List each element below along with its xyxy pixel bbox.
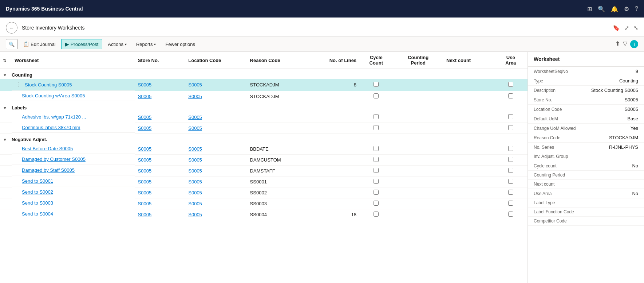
location-code-cell[interactable]: S0005 <box>185 209 247 220</box>
actions-button[interactable]: Actions ▾ <box>104 39 131 49</box>
cycle-count-cell[interactable] <box>359 198 393 209</box>
use-area-cell[interactable] <box>494 144 528 155</box>
use-area-checkbox[interactable] <box>508 114 513 119</box>
worksheet-name[interactable]: Stock Counting w/Area S0005 <box>22 93 85 98</box>
cycle-count-checkbox[interactable] <box>374 93 379 98</box>
location-code-cell[interactable]: S0005 <box>185 176 247 187</box>
table-row[interactable]: Send to S0003 S0005 S0005 SS0003 <box>0 198 528 209</box>
worksheet-cell[interactable]: Damaged by Customer S0005 <box>12 154 135 164</box>
cycle-count-checkbox[interactable] <box>374 168 379 173</box>
col-worksheet-header[interactable]: Worksheet <box>12 52 135 69</box>
location-code-cell[interactable]: S0005 <box>185 112 247 123</box>
use-area-cell[interactable] <box>494 209 528 220</box>
cycle-count-checkbox[interactable] <box>374 82 379 87</box>
worksheet-cell[interactable]: Stock Counting w/Area S0005 <box>12 91 135 101</box>
store-no-cell[interactable]: S0005 <box>135 112 186 123</box>
store-no-value[interactable]: S0005 <box>138 82 152 88</box>
use-area-checkbox[interactable] <box>508 201 513 206</box>
worksheet-cell[interactable]: Damaged by Staff S0005 <box>12 165 135 175</box>
help-icon[interactable]: ? <box>635 5 638 12</box>
store-no-value[interactable]: S0005 <box>138 168 152 174</box>
cycle-count-cell[interactable] <box>359 123 393 133</box>
worksheet-cell[interactable]: Continous labels 38x70 mm <box>12 123 135 133</box>
reason-code-cell[interactable]: SS0002 <box>247 187 309 198</box>
group-toggle-icon[interactable]: ▼ <box>3 73 7 77</box>
reason-code-cell[interactable]: BBDATE <box>247 144 309 155</box>
use-area-checkbox[interactable] <box>508 212 513 217</box>
table-row[interactable]: Send to S0004 S0005 S0005 SS0004 18 <box>0 209 528 220</box>
use-area-cell[interactable] <box>494 112 528 123</box>
back-button[interactable]: ← <box>6 22 17 34</box>
location-code-cell[interactable]: S0005 <box>185 154 247 165</box>
store-no-cell[interactable]: S0005 <box>135 165 186 176</box>
collapse-all-icon[interactable]: ⇅ <box>3 58 6 63</box>
cycle-count-checkbox[interactable] <box>374 157 379 162</box>
store-no-value[interactable]: S0005 <box>138 179 152 185</box>
location-code-value[interactable]: S0005 <box>188 115 202 120</box>
use-area-cell[interactable] <box>494 123 528 133</box>
worksheet-cell[interactable]: Send to S0003 <box>12 198 135 208</box>
cycle-count-checkbox[interactable] <box>374 190 379 195</box>
location-code-value[interactable]: S0005 <box>188 157 202 163</box>
open-new-icon[interactable]: ⤢ <box>624 24 629 31</box>
collapse-icon[interactable]: ⤡ <box>633 24 638 31</box>
cycle-count-cell[interactable] <box>359 187 393 198</box>
location-code-cell[interactable]: S0005 <box>185 144 247 155</box>
worksheet-name[interactable]: Send to S0001 <box>22 178 53 184</box>
top-search-icon[interactable]: 🔍 <box>598 5 605 12</box>
store-no-cell[interactable]: S0005 <box>135 176 186 187</box>
use-area-cell[interactable] <box>494 154 528 165</box>
use-area-cell[interactable] <box>494 165 528 176</box>
store-no-value[interactable]: S0005 <box>138 157 152 163</box>
cycle-count-cell[interactable] <box>359 165 393 176</box>
notifications-icon[interactable]: 🔔 <box>611 5 618 12</box>
store-no-cell[interactable]: S0005 <box>135 144 186 155</box>
use-area-checkbox[interactable] <box>508 190 513 195</box>
location-code-value[interactable]: S0005 <box>188 146 202 152</box>
reason-code-cell[interactable] <box>247 112 309 123</box>
use-area-cell[interactable] <box>494 198 528 209</box>
reason-code-cell[interactable]: DAMCUSTOM <box>247 154 309 165</box>
reason-code-cell[interactable]: SS0001 <box>247 176 309 187</box>
worksheet-name[interactable]: Damaged by Customer S0005 <box>22 156 86 162</box>
worksheet-name[interactable]: Damaged by Staff S0005 <box>22 167 75 173</box>
reason-code-cell[interactable]: DAMSTAFF <box>247 165 309 176</box>
col-countingperiod-header[interactable]: CountingPeriod <box>393 52 443 69</box>
cycle-count-checkbox[interactable] <box>374 201 379 206</box>
col-nooflines-header[interactable]: No. of Lines <box>309 52 359 69</box>
fewer-options-button[interactable]: Fewer options <box>161 39 199 49</box>
cycle-count-checkbox[interactable] <box>374 125 379 130</box>
reason-code-cell[interactable]: STOCKADJM <box>247 91 309 102</box>
store-no-cell[interactable]: S0005 <box>135 154 186 165</box>
store-no-value[interactable]: S0005 <box>138 201 152 206</box>
worksheet-name[interactable]: Best Before Date S0005 <box>22 146 73 151</box>
row-menu-icon[interactable]: ⋮ <box>15 81 23 88</box>
store-no-cell[interactable]: S0005 <box>135 198 186 209</box>
col-usearea-header[interactable]: UseArea <box>494 52 528 69</box>
cycle-count-checkbox[interactable] <box>374 146 379 151</box>
use-area-cell[interactable] <box>494 187 528 198</box>
cycle-count-checkbox[interactable] <box>374 179 379 184</box>
worksheet-cell[interactable]: Send to S0002 <box>12 187 135 197</box>
settings-icon[interactable]: ⚙ <box>624 5 629 12</box>
use-area-cell[interactable] <box>494 79 528 91</box>
use-area-checkbox[interactable] <box>508 82 513 87</box>
location-code-cell[interactable]: S0005 <box>185 165 247 176</box>
cycle-count-checkbox[interactable] <box>374 212 379 217</box>
filter-icon[interactable]: ▽ <box>623 40 627 48</box>
table-row[interactable]: Best Before Date S0005 S0005 S0005 BBDAT… <box>0 144 528 155</box>
worksheet-cell[interactable]: Adhesive lbs, w/gap 71x120 ... <box>12 112 135 122</box>
location-code-value[interactable]: S0005 <box>188 179 202 185</box>
cycle-count-cell[interactable] <box>359 91 393 102</box>
cycle-count-cell[interactable] <box>359 209 393 220</box>
worksheet-name[interactable]: Send to S0002 <box>22 189 53 195</box>
use-area-checkbox[interactable] <box>508 93 513 98</box>
group-toggle-icon[interactable]: ▼ <box>3 137 7 142</box>
use-area-checkbox[interactable] <box>508 125 513 130</box>
search-button[interactable]: 🔍 <box>6 39 17 49</box>
cycle-count-cell[interactable] <box>359 79 393 91</box>
reports-button[interactable]: Reports ▾ <box>132 39 160 49</box>
worksheet-name[interactable]: Adhesive lbs, w/gap 71x120 ... <box>22 114 86 120</box>
group-toggle-icon[interactable]: ▼ <box>3 106 7 110</box>
location-code-value[interactable]: S0005 <box>188 82 202 88</box>
